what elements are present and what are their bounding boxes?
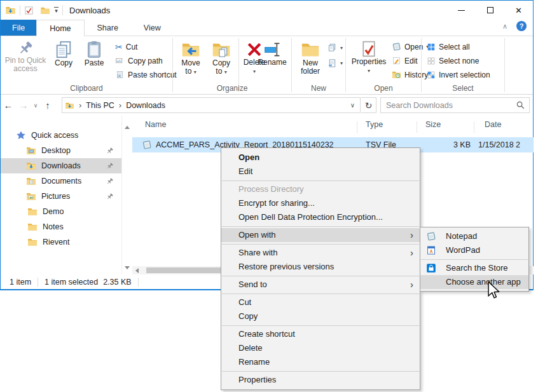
menu-item-edit[interactable]: Edit [221, 165, 420, 179]
menu-item-properties[interactable]: Properties [221, 373, 420, 387]
recent-locations-icon[interactable]: ∨ [31, 102, 40, 109]
menu-item-create-shortcut[interactable]: Create shortcut [221, 327, 420, 341]
menu-separator [222, 371, 419, 372]
search-input[interactable] [381, 101, 516, 110]
file-date: 1/15/2018 2 [478, 140, 533, 149]
tab-view[interactable]: View [131, 20, 174, 36]
select-none-button[interactable]: Select none [427, 54, 479, 67]
column-header-name[interactable]: Name [145, 120, 166, 135]
search-icon[interactable] [516, 100, 525, 110]
sidebar-item-notes[interactable]: Notes [1, 219, 121, 234]
new-folder-button[interactable]: New folder [296, 39, 325, 82]
column-header-size[interactable]: Size [425, 120, 441, 135]
collapse-ribbon-icon[interactable]: ∧ [502, 22, 507, 30]
close-icon: ✕ [515, 6, 522, 15]
menu-item-delete[interactable]: Delete [221, 341, 420, 355]
cut-button[interactable]: ✂ Cut [115, 40, 137, 53]
menu-separator [421, 259, 528, 260]
back-icon[interactable]: ← [1, 100, 16, 111]
tab-home[interactable]: Home [36, 20, 84, 36]
copy-button[interactable]: Copy [49, 39, 78, 82]
pin-icon [17, 40, 34, 57]
close-button[interactable]: ✕ [504, 1, 533, 20]
tab-file[interactable]: File [1, 20, 36, 36]
titlebar-separator [62, 5, 63, 15]
file-size: 3 KB [425, 140, 471, 149]
scroll-left-icon[interactable] [135, 268, 139, 273]
scroll-up-icon[interactable] [125, 126, 130, 129]
group-label-new: New [292, 84, 345, 93]
submenu-item-notepad[interactable]: Notepad [420, 229, 528, 243]
menu-item-process-directory: Process Directory [221, 182, 420, 196]
minimize-button[interactable] [447, 1, 476, 20]
titlebar-separator [20, 5, 20, 15]
submenu-item-choose-another-app[interactable]: Choose another app [420, 275, 528, 289]
window-title: Downloads [69, 6, 110, 15]
sidebar-item-documents[interactable]: Documents [1, 173, 121, 189]
search-box[interactable] [380, 97, 530, 113]
new-item-button[interactable]: ▾ [328, 41, 343, 55]
breadcrumb-downloads[interactable]: Downloads [126, 101, 165, 110]
menu-item-open-with[interactable]: Open with › [221, 228, 420, 242]
sidebar-item-demo[interactable]: Demo [1, 204, 121, 219]
downloads-folder-icon [26, 161, 36, 171]
tab-share[interactable]: Share [85, 20, 131, 36]
sidebar-item-quick-access[interactable]: Quick access [1, 128, 121, 143]
easy-access-button[interactable]: ▾ [328, 57, 343, 70]
sidebar-item-desktop[interactable]: Desktop [1, 143, 121, 158]
quick-access-properties-icon[interactable] [24, 6, 34, 15]
column-header-date[interactable]: Date [485, 120, 501, 135]
customize-toolbar-icon[interactable]: ▾ [54, 7, 59, 13]
address-bar[interactable]: › This PC › Downloads ∨ [62, 97, 361, 113]
menu-item-encrypt-for-sharing[interactable]: Encrypt for sharing... [221, 196, 420, 210]
sidebar-scrollbar[interactable] [121, 116, 132, 274]
menu-item-restore-previous-versions[interactable]: Restore previous versions [221, 260, 420, 274]
menu-separator [222, 294, 419, 294]
navigation-pane: Quick access Desktop Downloads Documents… [1, 116, 121, 274]
scroll-down-icon[interactable] [125, 266, 130, 269]
help-icon[interactable]: ? [516, 21, 527, 31]
move-to-icon [181, 40, 200, 59]
maximize-icon [487, 7, 493, 13]
menu-item-send-to[interactable]: Send to › [221, 278, 420, 292]
quick-access-newfolder-icon[interactable] [40, 6, 50, 15]
menu-item-copy[interactable]: Copy [221, 309, 420, 323]
invert-selection-button[interactable]: Invert selection [427, 68, 490, 81]
column-header-type[interactable]: Type [366, 120, 383, 135]
rename-button[interactable]: Rename [256, 39, 289, 82]
refresh-icon: ↻ [365, 100, 373, 111]
paste-button[interactable]: Paste [79, 39, 109, 82]
paste-shortcut-button: Paste shortcut [115, 68, 177, 81]
copy-path-icon [115, 56, 125, 65]
sidebar-item-pictures[interactable]: Pictures [1, 189, 121, 204]
group-label-clipboard: Clipboard [1, 84, 172, 93]
menu-item-open-dell-data-protection[interactable]: Open Dell Data Protection Encryption... [221, 210, 420, 224]
copy-path-button[interactable]: Copy path [115, 54, 163, 67]
submenu-item-wordpad[interactable]: WordPad [420, 243, 528, 257]
pin-icon [106, 177, 114, 186]
properties-button[interactable]: Properties ▾ [350, 39, 388, 82]
menu-item-cut[interactable]: Cut [221, 295, 420, 309]
menu-item-share-with[interactable]: Share with › [221, 246, 420, 260]
submenu-item-search-the-store[interactable]: Search the Store [420, 261, 528, 275]
easy-access-icon [328, 58, 337, 68]
copy-to-button[interactable]: Copy to ▾ [207, 39, 235, 82]
menu-item-open[interactable]: Open [221, 151, 420, 165]
edit-button[interactable]: Edit [392, 54, 418, 67]
open-icon [392, 42, 401, 51]
address-dropdown-icon[interactable]: ∨ [350, 102, 357, 109]
pin-to-quick-access-button[interactable]: Pin to Quick access [4, 39, 46, 82]
up-icon[interactable]: ↑ [40, 100, 55, 111]
sidebar-item-rievent[interactable]: Rievent [1, 234, 121, 250]
rename-icon [263, 41, 282, 58]
refresh-button[interactable]: ↻ [361, 97, 376, 113]
sidebar-item-downloads[interactable]: Downloads [1, 158, 121, 173]
menu-item-rename[interactable]: Rename [221, 355, 420, 369]
breadcrumb-this-pc[interactable]: This PC [86, 101, 114, 110]
dropdown-icon: ▾ [194, 69, 197, 75]
select-all-button[interactable]: Select all [427, 40, 470, 53]
submenu-arrow-icon: › [410, 246, 413, 260]
scissors-icon: ✂ [115, 42, 123, 52]
move-to-button[interactable]: Move to ▾ [177, 39, 205, 82]
maximize-button[interactable] [476, 1, 504, 20]
